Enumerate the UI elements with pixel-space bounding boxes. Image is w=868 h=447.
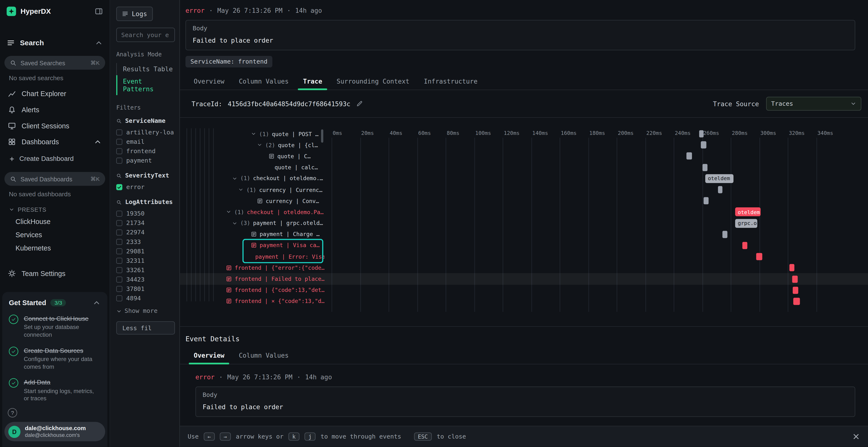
user-menu[interactable]: D dale@clickhouse.com dale@clickhouse.co… (4, 422, 105, 441)
trace-span-row[interactable]: payment | Error: Visa… (180, 251, 868, 262)
mode-event-patterns[interactable]: Event Patterns (116, 75, 179, 95)
sidebar-item-alerts[interactable]: Alerts (0, 102, 110, 118)
scrollbar-thumb[interactable] (321, 129, 323, 143)
preset-kubernetes[interactable]: Kubernetes (0, 242, 110, 255)
filter-option-email[interactable]: email (116, 137, 179, 146)
checkbox[interactable] (116, 158, 122, 164)
source-select-button[interactable]: Logs (116, 7, 153, 21)
trace-span-row[interactable]: (1)quote | POST … (180, 128, 868, 139)
sidebar-item-dashboards[interactable]: Dashboards (0, 134, 110, 150)
checkbox[interactable] (116, 258, 122, 264)
tab-infrastructure[interactable]: Infrastructure (416, 73, 485, 90)
trace-span-row[interactable]: quote | C… (180, 150, 868, 162)
chevron-down-icon[interactable] (257, 142, 262, 148)
chevron-down-icon[interactable] (238, 187, 244, 193)
mode-results-table[interactable]: Results Table (116, 63, 179, 75)
trace-span-row[interactable]: (1)checkout | oteldemo.…oteldem (180, 173, 868, 184)
tab-overview[interactable]: Overview (187, 73, 232, 90)
span-bar[interactable] (794, 298, 800, 305)
filter-option-2333[interactable]: 2333 (116, 237, 179, 247)
checkbox[interactable] (116, 211, 122, 217)
trace-span-row[interactable]: quote | calc… (180, 162, 868, 173)
checkbox[interactable] (116, 139, 122, 145)
trace-span-row[interactable]: frontend | × {"code":13,"d… (180, 296, 868, 307)
trace-span-row[interactable]: currency | Conv… (180, 195, 868, 206)
filter-option-4894[interactable]: 4894 (116, 294, 179, 303)
checkbox[interactable] (116, 148, 122, 154)
trace-span-row[interactable]: payment | Visa ca… (180, 240, 868, 251)
trace-span-row[interactable]: frontend | Failed to place… (180, 273, 868, 284)
span-bar[interactable] (792, 275, 798, 282)
span-bar[interactable] (704, 197, 709, 204)
chevron-down-icon[interactable] (226, 209, 231, 215)
sidebar-section-search[interactable]: Search (0, 34, 110, 51)
chevron-up-icon[interactable] (95, 39, 103, 47)
preset-clickhouse[interactable]: ClickHouse (0, 215, 110, 228)
filter-option-payment[interactable]: payment (116, 156, 179, 165)
show-more-button[interactable]: Show more (116, 308, 179, 315)
trace-span-row[interactable]: (1)checkout | oteldemo.Pa…oteldem (180, 206, 868, 217)
trace-span-row[interactable]: (3)payment | grpc.oteld…grpc.o (180, 217, 868, 229)
filter-group-severitytext[interactable]: SeverityText (116, 172, 179, 179)
saved-dashboards-input[interactable]: Saved Dashboards ⌘K (4, 172, 105, 186)
span-bar[interactable]: oteldem (735, 208, 761, 216)
filter-option-21734[interactable]: 21734 (116, 218, 179, 228)
close-icon[interactable] (852, 432, 860, 441)
trace-span-row[interactable]: payment | Charge … (180, 229, 868, 240)
get-started-step[interactable]: Create Data SourcesConfigure where your … (9, 347, 101, 371)
chevron-down-icon[interactable] (232, 220, 238, 226)
filter-group-servicename[interactable]: ServiceName (116, 117, 179, 125)
get-started-step[interactable]: Connect to ClickHouseSet up your databas… (9, 314, 101, 339)
help-button[interactable]: ? (8, 408, 17, 417)
tab-surrounding-context[interactable]: Surrounding Context (329, 73, 416, 90)
chevron-down-icon[interactable] (251, 131, 256, 137)
saved-searches-input[interactable]: Saved Searches ⌘K (4, 56, 105, 70)
span-bar[interactable] (700, 130, 704, 138)
span-bar[interactable] (756, 253, 762, 260)
span-bar[interactable]: grpc.o (735, 219, 757, 228)
trace-span-row[interactable]: (2)quote | {cl… (180, 139, 868, 150)
tab-trace[interactable]: Trace (296, 73, 329, 90)
filter-option-34423[interactable]: 34423 (116, 275, 179, 284)
trace-source-select[interactable]: Traces (766, 97, 862, 110)
sidebar-item-chart-explorer[interactable]: Chart Explorer (0, 86, 110, 102)
tab-column-values[interactable]: Column Values (232, 347, 296, 364)
checkbox[interactable] (116, 248, 122, 254)
edit-icon[interactable] (356, 100, 363, 107)
preset-services[interactable]: Services (0, 228, 110, 242)
filter-group-logattributes[interactable]: LogAttributes (116, 199, 179, 206)
checkbox[interactable] (116, 230, 122, 236)
collapse-sidebar-icon[interactable] (95, 7, 103, 15)
filter-option-artillery-loa[interactable]: artillery-loa (116, 128, 179, 137)
span-bar[interactable] (702, 164, 707, 171)
chevron-up-icon[interactable] (92, 299, 100, 307)
tab-column-values[interactable]: Column Values (232, 73, 296, 90)
span-bar[interactable]: oteldem (705, 174, 734, 183)
checkbox[interactable] (116, 184, 122, 190)
service-name-tag[interactable]: ServiceName: frontend (185, 56, 273, 67)
span-bar[interactable] (789, 264, 794, 271)
filter-option-33261[interactable]: 33261 (116, 265, 179, 275)
checkbox[interactable] (116, 129, 122, 135)
chevron-down-icon[interactable] (232, 176, 238, 181)
checkbox[interactable] (116, 276, 122, 282)
filter-option-29081[interactable]: 29081 (116, 247, 179, 256)
filter-option-error[interactable]: error (116, 182, 179, 192)
trace-span-row[interactable]: frontend | {"error":{"code… (180, 262, 868, 273)
span-bar[interactable] (701, 141, 707, 148)
checkbox[interactable] (116, 267, 122, 273)
span-bar[interactable] (722, 231, 727, 238)
tab-overview[interactable]: Overview (187, 347, 232, 364)
checkbox[interactable] (116, 295, 122, 301)
search-input[interactable] (116, 28, 175, 42)
presets-toggle[interactable]: PRESETS (0, 202, 110, 215)
filter-option-37801[interactable]: 37801 (116, 284, 179, 294)
team-settings-button[interactable]: Team Settings (0, 265, 110, 282)
checkbox[interactable] (116, 220, 122, 226)
filter-option-22974[interactable]: 22974 (116, 228, 179, 237)
sidebar-item-client-sessions[interactable]: Client Sessions (0, 118, 110, 134)
create-dashboard-button[interactable]: Create Dashboard (0, 150, 110, 167)
filter-option-19350[interactable]: 19350 (116, 209, 179, 218)
trace-span-row[interactable]: (1)currency | Currenc… (180, 184, 868, 195)
trace-span-row[interactable]: frontend | {"code":13,"det… (180, 285, 868, 296)
